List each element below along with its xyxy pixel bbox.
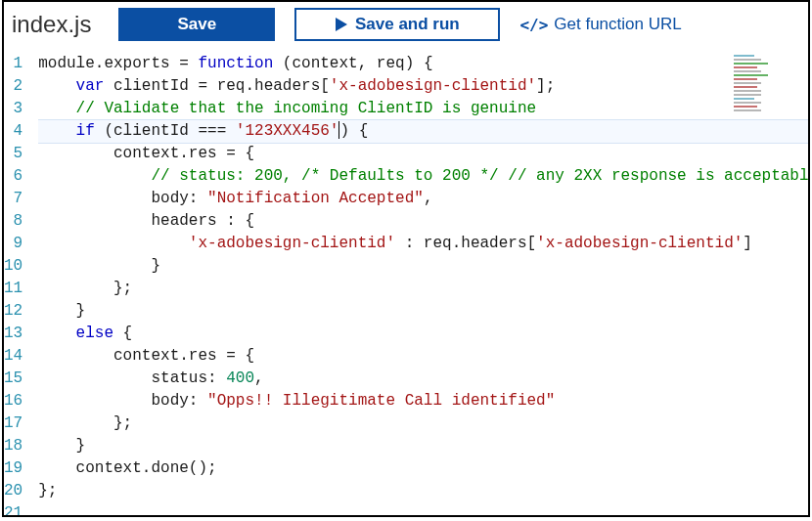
line-number: 13 [4,323,23,345]
code-line[interactable]: headers : { [38,210,810,233]
get-function-url-link[interactable]: </> Get function URL [519,15,681,34]
toolbar: index.js Save Save and run </> Get funct… [4,2,808,47]
line-number: 1 [4,53,23,75]
code-line[interactable]: module.exports = function (context, req)… [38,53,810,75]
code-line[interactable]: }; [38,412,810,435]
line-number: 17 [4,412,23,435]
save-and-run-button[interactable]: Save and run [294,8,500,41]
line-number: 6 [4,165,23,188]
filename-label: index.js [12,11,91,38]
line-number: 5 [4,143,23,165]
code-line[interactable]: } [38,300,810,323]
code-line[interactable]: 'x-adobesign-clientid' : req.headers['x-… [38,233,810,255]
line-number: 16 [4,390,23,412]
code-line[interactable]: else { [38,323,810,345]
code-line[interactable]: // Validate that the incoming ClientID i… [38,98,810,120]
line-number: 2 [4,75,23,98]
line-number: 14 [4,345,23,368]
line-number: 20 [4,480,23,502]
code-line[interactable]: context.done(); [38,457,810,480]
code-area[interactable]: module.exports = function (context, req)… [32,47,810,517]
line-number: 3 [4,98,23,120]
get-function-url-label: Get function URL [554,15,681,34]
code-line[interactable] [38,502,810,517]
line-number: 11 [4,278,23,300]
code-line[interactable]: context.res = { [38,143,810,165]
line-number: 15 [4,368,23,390]
save-button[interactable]: Save [118,8,275,41]
play-icon [336,18,347,31]
save-and-run-label: Save and run [355,15,460,34]
code-line[interactable]: }; [38,480,810,502]
line-number: 7 [4,188,23,210]
line-number-gutter: 123456789101112131415161718192021 [4,47,32,517]
code-line[interactable]: } [38,255,810,278]
code-line[interactable]: if (clientId === '123XXX456') { [38,119,810,144]
line-number: 4 [4,120,23,143]
line-number: 10 [4,255,23,278]
code-editor[interactable]: 123456789101112131415161718192021 module… [4,47,808,517]
line-number: 8 [4,210,23,233]
code-line[interactable]: } [38,435,810,457]
code-line[interactable]: body: "Opps!! Illegitimate Call identifi… [38,390,810,412]
line-number: 9 [4,233,23,255]
line-number: 19 [4,457,23,480]
line-number: 21 [4,502,23,517]
code-icon: </> [519,16,548,34]
line-number: 12 [4,300,23,323]
code-line[interactable]: context.res = { [38,345,810,368]
code-line[interactable]: // status: 200, /* Defaults to 200 */ //… [38,165,810,188]
code-line[interactable]: status: 400, [38,368,810,390]
code-line[interactable]: var clientId = req.headers['x-adobesign-… [38,75,810,98]
line-number: 18 [4,435,23,457]
code-line[interactable]: body: "Notification Accepted", [38,188,810,210]
code-line[interactable]: }; [38,278,810,300]
